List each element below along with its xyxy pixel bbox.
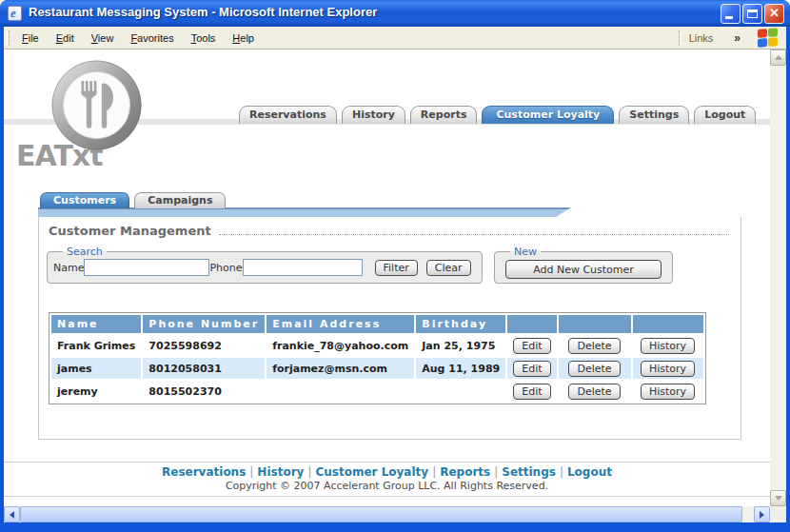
- footer-links: Reservations|History|Customer Loyalty|Re…: [4, 465, 770, 479]
- name-input[interactable]: [84, 259, 209, 276]
- menu-tools[interactable]: Tools: [183, 30, 225, 47]
- maximize-button[interactable]: [742, 4, 762, 24]
- col-birthday: Birthday: [416, 315, 505, 333]
- edit-button[interactable]: Edit: [513, 361, 550, 377]
- browser-window: Restaurant Messaging System - Microsoft …: [0, 0, 790, 532]
- footer-separator: |: [556, 465, 567, 479]
- internet-explorer-icon: [8, 6, 22, 21]
- history-button[interactable]: History: [641, 384, 695, 400]
- search-fieldset: Search Name Phone Filter Clear: [47, 246, 483, 284]
- scrollbar-corner: [770, 506, 786, 522]
- menu-bar: File Edit View Favorites Tools Help Link…: [4, 27, 786, 49]
- arrow-up-icon: [775, 55, 782, 60]
- links-label[interactable]: Links: [689, 32, 714, 44]
- window-border-right: [786, 27, 790, 532]
- table-row: jeremy 8015502370 Edit Delete History: [51, 381, 703, 402]
- menu-items: File Edit View Favorites Tools Help: [13, 27, 263, 49]
- footer-separator: |: [490, 465, 502, 479]
- window-border-left: [0, 27, 4, 532]
- plate-fork-knife-icon: [50, 59, 143, 151]
- cell-phone: 7025598692: [143, 335, 265, 356]
- footer-link-reservations[interactable]: Reservations: [162, 465, 246, 479]
- browser-viewport: EATxt: [4, 49, 786, 522]
- menu-view[interactable]: View: [83, 30, 123, 47]
- window-border-bottom: [0, 522, 790, 532]
- history-button[interactable]: History: [641, 338, 695, 354]
- table-header-row: Name Phone Number Email Address Birthday: [51, 315, 703, 333]
- customer-table: Name Phone Number Email Address Birthday…: [49, 312, 706, 404]
- minimize-icon: [725, 16, 733, 19]
- scroll-right-button[interactable]: [754, 506, 770, 522]
- tab-settings[interactable]: Settings: [619, 106, 689, 124]
- links-toolbar: Links »: [679, 27, 741, 49]
- history-button[interactable]: History: [641, 361, 695, 377]
- toolbar-grip[interactable]: [7, 30, 10, 46]
- footer-link-settings[interactable]: Settings: [502, 465, 556, 479]
- subtab-customers[interactable]: Customers: [40, 192, 129, 208]
- horizontal-scroll-thumb[interactable]: [20, 506, 742, 522]
- vertical-scrollbar[interactable]: [770, 49, 786, 506]
- links-chevron-icon[interactable]: »: [734, 31, 741, 45]
- scroll-left-button[interactable]: [4, 506, 20, 522]
- add-new-customer-button[interactable]: Add New Customer: [505, 260, 662, 279]
- edit-button[interactable]: Edit: [513, 384, 550, 400]
- horizontal-scrollbar[interactable]: [4, 506, 770, 522]
- phone-input[interactable]: [243, 259, 363, 276]
- footer-separator: |: [304, 465, 315, 479]
- cell-name: Frank Grimes: [51, 335, 141, 356]
- main-nav-tabs: Reservations History Reports Customer Lo…: [239, 106, 756, 124]
- col-email-address: Email Address: [267, 315, 414, 333]
- cell-birthday: Aug 11, 1989: [416, 358, 505, 379]
- tab-logout[interactable]: Logout: [694, 106, 756, 124]
- tab-reports[interactable]: Reports: [410, 106, 478, 124]
- tab-history[interactable]: History: [342, 106, 405, 124]
- cell-phone: 8012058031: [143, 358, 265, 379]
- footer-link-logout[interactable]: Logout: [567, 465, 612, 479]
- delete-button[interactable]: Delete: [568, 384, 620, 400]
- clear-button[interactable]: Clear: [426, 260, 471, 276]
- subtab-campaigns[interactable]: Campaigns: [134, 192, 226, 208]
- edit-button[interactable]: Edit: [513, 338, 550, 354]
- filter-button[interactable]: Filter: [375, 260, 418, 276]
- table-row: james 8012058031 forjamez@msn.com Aug 11…: [51, 358, 703, 379]
- menu-favorites[interactable]: Favorites: [122, 30, 182, 47]
- close-button[interactable]: ✕: [764, 4, 784, 24]
- eatxt-logo[interactable]: EATxt: [4, 49, 166, 178]
- windows-logo-icon: [758, 28, 779, 49]
- arrow-down-icon: [775, 496, 782, 501]
- close-icon: ✕: [765, 6, 783, 20]
- page-footer: Reservations|History|Customer Loyalty|Re…: [4, 462, 770, 497]
- minimize-button[interactable]: [721, 4, 741, 24]
- cell-phone: 8015502370: [143, 381, 265, 402]
- scroll-down-button[interactable]: [770, 490, 786, 506]
- phone-label: Phone: [209, 262, 242, 274]
- cell-name: james: [51, 358, 141, 379]
- table-row: Frank Grimes 7025598692 frankie_78@yahoo…: [51, 335, 703, 356]
- title-bar: Restaurant Messaging System - Microsoft …: [0, 0, 790, 27]
- delete-button[interactable]: Delete: [568, 338, 620, 354]
- tab-reservations[interactable]: Reservations: [239, 106, 337, 124]
- window-title: Restaurant Messaging System - Microsoft …: [29, 5, 377, 19]
- new-fieldset: New Add New Customer: [494, 246, 673, 284]
- menu-edit[interactable]: Edit: [48, 30, 83, 47]
- new-legend: New: [510, 246, 541, 258]
- delete-button[interactable]: Delete: [568, 361, 620, 377]
- cell-email: forjamez@msn.com: [267, 358, 414, 379]
- scroll-up-button[interactable]: [770, 49, 786, 66]
- footer-link-reports[interactable]: Reports: [440, 465, 490, 479]
- tab-customer-loyalty[interactable]: Customer Loyalty: [482, 106, 614, 124]
- footer-link-customer-loyalty[interactable]: Customer Loyalty: [315, 465, 428, 479]
- col-delete: [559, 315, 631, 333]
- search-row: Name Phone Filter Clear: [48, 258, 482, 276]
- arrow-right-icon: [760, 511, 764, 519]
- menu-help[interactable]: Help: [224, 30, 263, 47]
- arrow-left-icon: [10, 511, 14, 519]
- search-legend: Search: [63, 246, 107, 258]
- cell-birthday: Jan 25, 1975: [416, 335, 505, 356]
- copyright-text: Copyright © 2007 Accelerant Group LLC. A…: [4, 480, 770, 492]
- footer-link-history[interactable]: History: [257, 465, 304, 479]
- sub-tabs: Customers Campaigns: [40, 192, 226, 208]
- menu-file[interactable]: File: [13, 30, 48, 47]
- customer-management-panel: Customer Management Search Name Phone Fi…: [38, 217, 741, 440]
- cell-email: [267, 381, 414, 402]
